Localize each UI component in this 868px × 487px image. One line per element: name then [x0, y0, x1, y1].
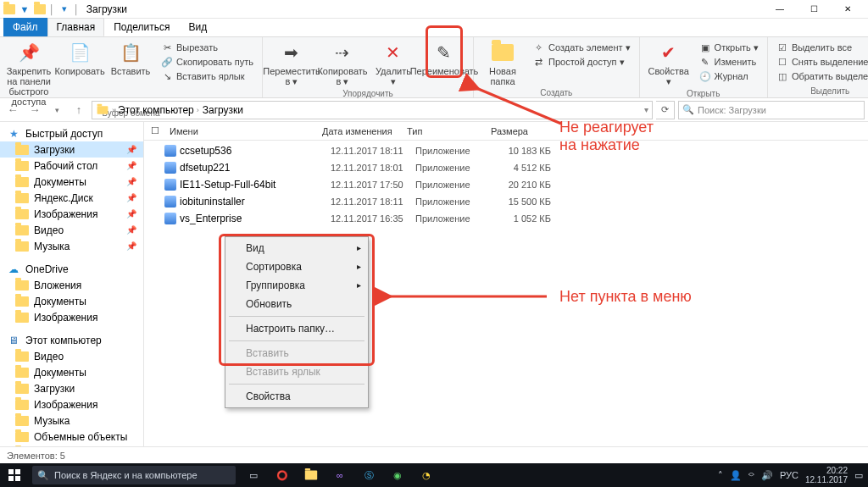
copy-button[interactable]: 📄Копировать — [56, 39, 103, 76]
tray-volume-icon[interactable]: 🔊 — [761, 470, 773, 481]
sidebar-onedrive[interactable]: ☁OneDrive — [0, 261, 143, 277]
nav-up-button[interactable]: ↑ — [70, 101, 88, 119]
breadcrumb-root[interactable]: › — [96, 105, 114, 115]
task-view-button[interactable]: ▭ — [239, 463, 268, 487]
nav-recent-button[interactable]: ▾ — [47, 101, 66, 119]
title-bar: ▼ │ ▾ │ Загрузки — ☐ ✕ — [0, 0, 868, 19]
history-button[interactable]: 🕘Журнал — [696, 69, 762, 83]
new-item-button[interactable]: ✧Создать элемент ▾ — [530, 41, 634, 54]
col-name: Имени — [163, 126, 315, 136]
search-box[interactable]: 🔍 Поиск: Загрузки — [678, 101, 865, 119]
rename-button[interactable]: ✎Переименовать — [420, 39, 468, 76]
sidebar-item[interactable]: Музыка — [0, 412, 143, 429]
ctx-refresh[interactable]: Обновить — [227, 295, 366, 313]
status-count: Элементов: 5 — [7, 451, 65, 461]
file-row[interactable]: dfsetup22112.11.2017 18:01Приложение4 51… — [144, 159, 868, 176]
nav-forward-button[interactable]: → — [25, 101, 44, 119]
sidebar-item[interactable]: Вложения — [0, 277, 143, 293]
down-arrow-icon[interactable]: ▼ — [19, 3, 31, 15]
sidebar-item[interactable]: Изображения — [0, 309, 143, 325]
ctx-view[interactable]: Вид▸ — [227, 239, 366, 257]
delete-button[interactable]: ✕Удалить ▾ — [370, 39, 417, 87]
tab-file[interactable]: Файл — [3, 18, 47, 36]
select-all-button[interactable]: ☑Выделить все — [773, 41, 868, 54]
context-menu: Вид▸ Сортировка▸ Группировка▸ Обновить Н… — [225, 236, 369, 408]
file-list-pane: ☐ Имени Дата изменения Тип Размера ccset… — [144, 122, 868, 446]
taskbar-app-yadisk[interactable]: ◔ — [412, 463, 441, 487]
ctx-group[interactable]: Группировка▸ — [227, 276, 366, 295]
taskbar-app-iobit[interactable]: ◉ — [383, 463, 412, 487]
sidebar-this-pc[interactable]: 🖥Этот компьютер — [0, 332, 143, 348]
col-date: Дата изменения — [315, 126, 400, 136]
annotation-arrow-2 — [381, 288, 551, 307]
tray-people-icon[interactable]: 👤 — [730, 470, 742, 481]
sidebar-item[interactable]: Яндекс.Диск📌 — [0, 190, 143, 206]
file-row[interactable]: iobituninstaller12.11.2017 18:11Приложен… — [144, 193, 868, 210]
sidebar-item[interactable]: Рабочий стол — [0, 445, 143, 446]
svg-rect-0 — [8, 469, 14, 474]
tray-clock[interactable]: 20:22 12.11.2017 — [805, 466, 848, 484]
ctx-sort[interactable]: Сортировка▸ — [227, 257, 366, 276]
breadcrumb-folder[interactable]: Загрузки — [203, 104, 243, 116]
sidebar-item[interactable]: Изображения📌 — [0, 206, 143, 222]
start-button[interactable] — [0, 463, 29, 487]
sidebar-item[interactable]: Видео — [0, 348, 143, 364]
group-select-label: Выделить — [773, 85, 868, 97]
new-folder-button[interactable]: Новая папка — [479, 39, 526, 86]
sidebar-item[interactable]: Объемные объекты — [0, 429, 143, 445]
sidebar-item[interactable]: Загрузки — [0, 380, 143, 396]
select-none-button[interactable]: ☐Снять выделение — [773, 55, 868, 69]
tray-notifications-icon[interactable]: ▭ — [854, 470, 863, 481]
tray-lang[interactable]: РУС — [780, 470, 798, 480]
sidebar-item[interactable]: Загрузки📌 — [0, 141, 143, 158]
sidebar-item[interactable]: Документы — [0, 364, 143, 380]
tray-overflow-icon[interactable]: ˄ — [718, 470, 723, 481]
sidebar-quick-access[interactable]: ★Быстрый доступ — [0, 125, 143, 141]
sidebar-item[interactable]: Документы — [0, 293, 143, 309]
tab-view[interactable]: Вид — [179, 18, 216, 36]
move-to-button[interactable]: ➡Переместить в ▾ — [268, 39, 315, 87]
cut-button[interactable]: ✂Вырезать — [158, 41, 257, 54]
tray-network-icon[interactable]: ⌔ — [748, 470, 754, 480]
tab-home[interactable]: Главная — [47, 18, 105, 36]
minimize-button[interactable]: — — [763, 0, 797, 19]
easy-access-button[interactable]: ⇄Простой доступ ▾ — [530, 55, 634, 69]
invert-selection-button[interactable]: ◫Обратить выделение — [773, 69, 868, 83]
tab-share[interactable]: Поделиться — [104, 18, 179, 36]
file-row[interactable]: vs_Enterprise12.11.2017 16:35Приложение1… — [144, 210, 868, 227]
edit-button[interactable]: ✎Изменить — [696, 55, 762, 69]
ctx-customize[interactable]: Настроить папку… — [227, 319, 366, 338]
sidebar-item[interactable]: Видео📌 — [0, 222, 143, 238]
svg-rect-1 — [15, 469, 20, 474]
annotation-text-2: Нет пункта в меню — [559, 288, 692, 306]
close-button[interactable]: ✕ — [831, 0, 865, 19]
paste-button[interactable]: 📋Вставить — [107, 39, 154, 76]
taskbar-search[interactable]: 🔍Поиск в Яндекс и на компьютере — [32, 466, 236, 484]
maximize-button[interactable]: ☐ — [797, 0, 831, 19]
ribbon-tabs: Файл Главная Поделиться Вид — [0, 19, 868, 37]
qat-open-icon[interactable]: ▾ — [58, 3, 70, 15]
refresh-button[interactable]: ⟳ — [656, 101, 675, 119]
taskbar-app-skype[interactable]: Ⓢ — [354, 463, 383, 487]
sidebar-item[interactable]: Документы📌 — [0, 174, 143, 190]
taskbar-app-browser[interactable]: ⭕ — [268, 463, 297, 487]
properties-button[interactable]: ✔Свойства ▾ — [645, 39, 693, 87]
taskbar: 🔍Поиск в Яндекс и на компьютере ▭ ⭕ ∞ Ⓢ … — [0, 463, 868, 487]
file-row[interactable]: IE11-Setup-Full-64bit12.11.2017 17:50При… — [144, 176, 868, 193]
paste-shortcut-button[interactable]: ↘Вставить ярлык — [158, 69, 257, 83]
copy-to-button[interactable]: ⇢Копировать в ▾ — [319, 39, 366, 87]
open-button[interactable]: ▣Открыть ▾ — [696, 41, 762, 54]
sidebar-item[interactable]: Изображения — [0, 396, 143, 412]
nav-back-button[interactable]: ← — [3, 101, 22, 119]
file-row[interactable]: ccsetup53612.11.2017 18:11Приложение10 1… — [144, 142, 868, 159]
breadcrumb-pc[interactable]: Этот компьютер› — [118, 104, 199, 116]
copy-path-button[interactable]: 🔗Скопировать путь — [158, 55, 257, 69]
sidebar-item[interactable]: Рабочий стол📌 — [0, 158, 143, 174]
group-organize-label: Упорядочить — [268, 87, 468, 100]
ctx-properties[interactable]: Свойства — [227, 387, 366, 406]
svg-rect-2 — [8, 476, 14, 481]
taskbar-app-explorer[interactable] — [297, 463, 326, 487]
pin-quick-access-button[interactable]: 📌Закрепить на панели быстрого доступа — [5, 39, 53, 107]
sidebar-item[interactable]: Музыка📌 — [0, 238, 143, 254]
taskbar-app-vs[interactable]: ∞ — [326, 463, 354, 487]
